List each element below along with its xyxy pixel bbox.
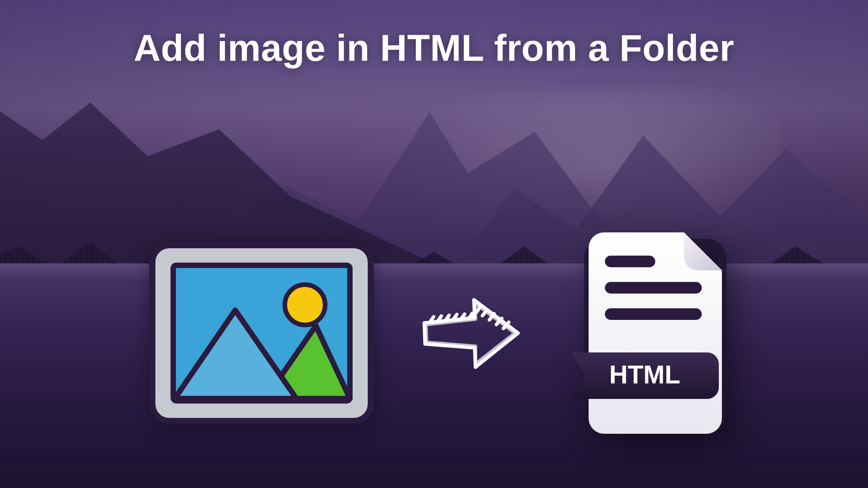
svg-rect-16 bbox=[605, 256, 655, 267]
illustration-row: HTML bbox=[0, 217, 868, 449]
html-file-icon: HTML bbox=[568, 225, 734, 442]
svg-rect-3 bbox=[173, 396, 350, 401]
svg-rect-17 bbox=[605, 282, 702, 294]
picture-frame-icon bbox=[149, 242, 374, 424]
file-badge-label: HTML bbox=[609, 360, 680, 389]
page-title: Add image in HTML from a Folder bbox=[65, 27, 803, 69]
svg-point-2 bbox=[285, 285, 325, 325]
svg-rect-18 bbox=[605, 308, 702, 320]
svg-line-10 bbox=[476, 307, 480, 313]
arrow-right-icon bbox=[417, 294, 525, 372]
